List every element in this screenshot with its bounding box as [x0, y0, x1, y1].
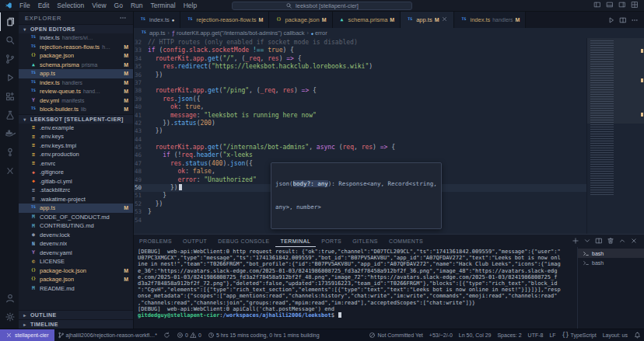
open-editors-header[interactable]: ▾ OPEN EDITORS: [19, 24, 133, 33]
breadcrumb-item[interactable]: ◆error: [311, 30, 327, 37]
activity-gitlens[interactable]: [0, 143, 19, 162]
activity-run-debug[interactable]: [0, 68, 19, 87]
panel-tab-output[interactable]: OUTPUT: [177, 235, 212, 247]
panel-tab-terminal[interactable]: TERMINAL: [275, 235, 317, 247]
activity-search[interactable]: [0, 31, 19, 50]
editor-tab[interactable]: TSindex.tshandlersM: [454, 12, 526, 28]
menu-view[interactable]: View: [88, 2, 110, 9]
terminal-list-item[interactable]: bash: [578, 258, 644, 267]
file-item[interactable]: ≡.stackblitzrc: [19, 186, 133, 195]
activity-extensions[interactable]: [0, 87, 19, 106]
menu-file[interactable]: File: [16, 2, 34, 9]
status-branch[interactable]: ajhalili2006/rejection-reason-workfl…*: [54, 329, 161, 341]
code-editor[interactable]: 32// HTTP routes (only enabled if socket…: [134, 38, 644, 234]
open-editor-item[interactable]: {}package.jsonM: [19, 51, 133, 61]
file-item[interactable]: ≡.env.keys: [19, 132, 133, 141]
maximize-panel-button[interactable]: [618, 234, 626, 248]
status-cursor-position[interactable]: Ln 50, Col 29: [456, 329, 495, 341]
file-item[interactable]: TSapp.tsM: [19, 204, 133, 213]
titlebar-toggle-sidebar[interactable]: [593, 1, 601, 10]
open-editor-item[interactable]: TSindex.tshandlers/views: [19, 33, 133, 43]
activity-docker[interactable]: [0, 124, 19, 143]
run-file-button[interactable]: [607, 13, 615, 27]
breadcrumb-item[interactable]: TSapp.ts: [140, 30, 165, 37]
menu-edit[interactable]: Edit: [34, 2, 54, 9]
panel-tab-ports[interactable]: PORTS: [316, 235, 347, 247]
titlebar-toggle-secondary-sidebar[interactable]: [618, 1, 626, 10]
open-editor-item[interactable]: TSapp.tsM: [19, 69, 133, 78]
more-actions-button[interactable]: [631, 13, 639, 27]
panel-tab-problems[interactable]: PROBLEMS: [134, 235, 177, 247]
new-terminal-button[interactable]: [572, 234, 579, 248]
menu-help[interactable]: Help: [180, 2, 201, 9]
open-editor-item[interactable]: TSreview-queue.tshandlers/a…M: [19, 87, 133, 96]
file-item[interactable]: MCONTRIBUTING.md: [19, 221, 133, 231]
activity-source-control[interactable]: [0, 50, 19, 68]
status-language[interactable]: {}TypeScript: [559, 329, 600, 341]
timeline-header[interactable]: ▸ TIMELINE: [19, 319, 133, 329]
editor-tab[interactable]: TSrejection-reason-flow.tsM: [180, 12, 269, 28]
status-gitlens-blame[interactable]: Not Committed Yet: [366, 329, 425, 341]
open-editor-item[interactable]: TSindex.tshandlersM: [19, 78, 133, 88]
open-editor-item[interactable]: TSblock-builder.tslibM: [19, 105, 133, 114]
menu-run[interactable]: Run: [127, 2, 147, 9]
command-center-search[interactable]: leeksbot [stellapent-cier]: [232, 2, 412, 10]
file-item[interactable]: Ydevenv.yaml: [19, 249, 133, 258]
file-item[interactable]: MREADME.md: [19, 284, 133, 294]
editor-tab[interactable]: {}package.jsonM: [269, 12, 332, 28]
activity-settings[interactable]: [0, 308, 19, 326]
activity-remote-explorer[interactable]: [0, 162, 19, 180]
activity-accounts[interactable]: [0, 289, 19, 308]
status-indentation[interactable]: Spaces: 2: [494, 329, 524, 341]
menu-terminal[interactable]: Terminal: [147, 2, 180, 9]
panel-tab-gitlens[interactable]: GITLENS: [347, 235, 383, 247]
open-editor-item[interactable]: Ydev.ymlmanifestsM: [19, 96, 133, 106]
status-keyboard-layout[interactable]: Layout: us: [600, 329, 631, 341]
open-editor-item[interactable]: TSrejection-reason-flow.tsha…M: [19, 43, 133, 52]
panel-tab-debug-console[interactable]: DEBUG CONSOLE: [212, 235, 275, 247]
status-notifications[interactable]: [631, 329, 644, 341]
terminal-output[interactable]: [DEBUG] web-api:WebClient:0 http request…: [134, 247, 577, 329]
panel-tab-comments[interactable]: COMMENTS: [383, 235, 429, 247]
close-panel-button[interactable]: [630, 234, 638, 248]
file-item[interactable]: ≡.envrc: [19, 159, 133, 169]
file-item[interactable]: ≡.wakatime-project: [19, 195, 133, 204]
close-tab-button[interactable]: [441, 16, 448, 24]
explorer-more-actions-icon[interactable]: [119, 14, 127, 22]
status-sync[interactable]: [160, 329, 173, 341]
status-problems[interactable]: 00: [173, 329, 205, 341]
file-item[interactable]: MCODE_OF_CONDUCT.md: [19, 213, 133, 222]
terminal-list-item[interactable]: bash: [578, 249, 644, 258]
editor-tab[interactable]: TSapp.tsM: [401, 12, 454, 28]
kill-terminal-button[interactable]: [607, 234, 614, 248]
outline-header[interactable]: ▸ OUTLINE: [19, 310, 133, 319]
activity-testing[interactable]: [0, 106, 19, 124]
breadcrumb-item[interactable]: ƒrouterKit.app.get("/internals/bot-admin…: [172, 30, 305, 37]
file-item[interactable]: ◆.gitignore: [19, 168, 133, 177]
activity-explorer[interactable]: [0, 12, 19, 31]
file-item[interactable]: Ndevenv.nix: [19, 239, 133, 249]
file-item[interactable]: {}package-lock.jsonM: [19, 266, 133, 276]
workspace-header[interactable]: ▾ LEEKSBOT [STELLAPENT-CIER]: [19, 114, 133, 124]
file-item[interactable]: {}package.jsonM: [19, 275, 133, 284]
status-encoding[interactable]: UTF-8: [525, 329, 547, 341]
remote-indicator[interactable]: stellapent-cier: [0, 329, 54, 341]
file-item[interactable]: ≡.env.production: [19, 150, 133, 159]
split-editor-button[interactable]: [619, 13, 627, 27]
file-item[interactable]: ≡.env.keys.tmpl: [19, 141, 133, 151]
terminal-profile-dropdown-button[interactable]: [583, 234, 591, 248]
file-item[interactable]: ●devenv.lock: [19, 231, 133, 240]
open-editor-item[interactable]: ▲schema.prismaprismaM: [19, 61, 133, 70]
editor-tab[interactable]: ▲schema.prismaM: [333, 12, 401, 28]
titlebar-toggle-panel[interactable]: [606, 1, 614, 10]
file-item[interactable]: ©LICENSE: [19, 257, 133, 266]
menu-selection[interactable]: Selection: [53, 2, 88, 9]
file-item[interactable]: ◆.gitlab-ci.yml: [19, 177, 133, 186]
titlebar-customize-layout[interactable]: [631, 1, 639, 10]
split-terminal-button[interactable]: [595, 234, 603, 248]
status-changes[interactable]: +53/~2/-0: [426, 329, 456, 341]
file-item[interactable]: ≡.env.example: [19, 124, 133, 133]
status-eol[interactable]: LF: [546, 329, 558, 341]
minimap[interactable]: [586, 38, 644, 234]
menu-go[interactable]: Go: [110, 2, 127, 9]
